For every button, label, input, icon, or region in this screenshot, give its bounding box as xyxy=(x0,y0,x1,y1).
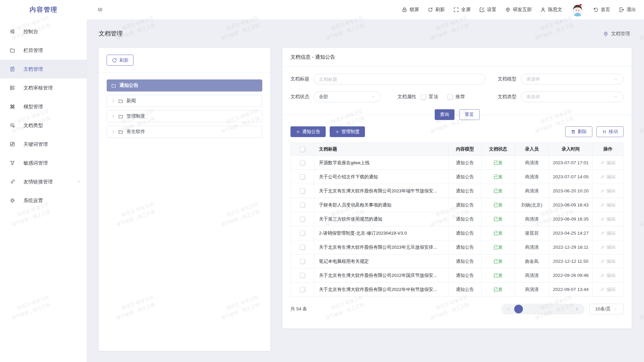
fullscreen-icon xyxy=(453,7,459,12)
sidebar-item-doc-types[interactable]: 文档类型 xyxy=(0,116,87,135)
doc-title-label: 文档标题 xyxy=(290,76,309,82)
doc-operator-cell: 商清清 xyxy=(515,156,549,170)
add-notice-button[interactable]: 通知公告 xyxy=(290,126,326,137)
department-label[interactable]: 研发五部 xyxy=(505,7,532,13)
col-model: 内容模型 xyxy=(448,143,482,156)
tree-node[interactable]: 管理制度 xyxy=(107,110,262,122)
page-number-button[interactable] xyxy=(564,305,572,313)
reset-button[interactable]: 重置 xyxy=(459,109,480,120)
doc-model-cell: 通知公告 xyxy=(448,156,482,170)
doc-type-select[interactable]: 请选择 xyxy=(521,92,624,102)
sidebar-menu: 控制台 栏目管理 文档管理 文档审核管理 模型管理 文档类型 关键词管理 敏感词… xyxy=(0,22,87,210)
page-number-button[interactable] xyxy=(534,305,542,313)
prev-page-button[interactable] xyxy=(504,305,513,313)
breadcrumb-label: 文档管理 xyxy=(611,31,630,37)
settings-icon xyxy=(9,198,15,203)
row-checkbox[interactable] xyxy=(300,188,305,193)
add-rules-button[interactable]: 管理制度 xyxy=(330,126,365,137)
delete-button[interactable]: 删除 xyxy=(565,126,592,137)
table-row: 开源数字底座在gitee上线 通知公告 已发 商清清 2023-07-07 17… xyxy=(291,156,623,170)
refresh-icon xyxy=(428,7,433,12)
current-user[interactable]: 陈思文 xyxy=(540,7,562,13)
home-button[interactable]: 首页 xyxy=(593,7,610,13)
user-avatar[interactable] xyxy=(571,3,584,16)
pencil-icon xyxy=(600,259,605,263)
row-checkbox[interactable] xyxy=(300,259,305,264)
edit-button[interactable]: 编辑 xyxy=(600,230,615,236)
collapse-sidebar-icon[interactable] xyxy=(97,7,103,12)
edit-button[interactable]: 编辑 xyxy=(600,160,615,166)
sidebar-item-system-settings[interactable]: 系统设置 xyxy=(0,191,87,210)
page-number-button[interactable] xyxy=(544,305,552,313)
edit-button[interactable]: 编辑 xyxy=(600,273,615,279)
fullscreen-button[interactable]: 全屏 xyxy=(453,7,471,13)
sidebar-item-keywords[interactable]: 关键词管理 xyxy=(0,135,87,154)
top-header: 内容管理 锁屏 刷新 全屏 设置 研发五部 陈思文 首页 退出 xyxy=(0,0,644,19)
row-checkbox[interactable] xyxy=(300,273,305,278)
page-size-select[interactable]: 10条/页 xyxy=(589,304,624,314)
page-number-button[interactable] xyxy=(554,305,562,313)
sidebar-nav: 控制台 栏目管理 文档管理 文档审核管理 模型管理 文档类型 关键词管理 敏感词… xyxy=(0,19,87,362)
move-icon xyxy=(602,129,607,134)
next-page-button[interactable] xyxy=(573,305,581,313)
row-checkbox[interactable] xyxy=(300,174,305,179)
sidebar-item-friend-links[interactable]: 友情链接管理 xyxy=(0,172,87,191)
doc-type-label: 文档类型 xyxy=(498,94,517,100)
logout-button[interactable]: 退出 xyxy=(619,7,636,13)
table-row: 2-请销假管理制度-北京-修订20230419-V3.0 通知公告 已发 谢晨芸… xyxy=(291,226,623,240)
tree-node[interactable]: 通知公告 xyxy=(107,79,262,92)
edit-button[interactable]: 编辑 xyxy=(600,287,615,293)
refresh-button[interactable]: 刷新 xyxy=(428,7,445,13)
settings-button[interactable]: 设置 xyxy=(479,7,496,13)
lock-icon xyxy=(402,7,407,12)
tree-node[interactable]: 有生软件 xyxy=(107,126,262,138)
row-checkbox[interactable] xyxy=(300,217,305,222)
pencil-icon xyxy=(600,161,605,165)
tree-refresh-button[interactable]: 刷新 xyxy=(107,55,133,66)
sidebar-item-sensitive-words[interactable]: 敏感词管理 xyxy=(0,154,87,172)
doc-model-select[interactable]: 请选择 xyxy=(521,74,624,84)
doc-title-input[interactable] xyxy=(314,74,485,84)
edit-button[interactable]: 编辑 xyxy=(600,174,615,180)
sidebar-item-columns[interactable]: 栏目管理 xyxy=(0,41,87,60)
row-checkbox[interactable] xyxy=(300,231,305,236)
chevron-down-icon xyxy=(371,95,375,99)
row-checkbox[interactable] xyxy=(300,245,305,250)
select-all-checkbox[interactable] xyxy=(300,147,305,152)
row-checkbox[interactable] xyxy=(300,202,305,207)
doc-status-select[interactable]: 全部 xyxy=(314,92,381,102)
move-button[interactable]: 移动 xyxy=(596,126,624,137)
edit-button[interactable]: 编辑 xyxy=(600,202,615,208)
doc-operator-cell: 商清清 xyxy=(515,184,549,198)
table-header-row: 文档标题 内容模型 文档状态 录入员 录入时间 操作 xyxy=(291,143,623,156)
page-number-button[interactable] xyxy=(525,305,533,313)
edit-button[interactable]: 编辑 xyxy=(600,244,615,250)
doc-model-cell: 通知公告 xyxy=(448,184,482,198)
chevron-down-icon xyxy=(614,77,618,81)
watermark-tile: 陈思文-研发五部保守秘密，慎之又慎 xyxy=(636,200,644,229)
doc-time-cell: 2022-09-07 13:44 xyxy=(549,283,593,296)
col-time: 录入时间 xyxy=(549,143,593,156)
lock-screen-button[interactable]: 锁屏 xyxy=(402,7,419,13)
doc-model-cell: 通知公告 xyxy=(448,198,482,212)
doc-model-cell: 通知公告 xyxy=(448,283,482,296)
sidebar-item-console[interactable]: 控制台 xyxy=(0,22,87,41)
pencil-icon xyxy=(600,273,605,278)
sidebar-item-documents[interactable]: 文档管理 xyxy=(0,60,87,78)
console-icon xyxy=(9,29,15,34)
edit-button[interactable]: 编辑 xyxy=(600,258,615,264)
search-button[interactable]: 查询 xyxy=(435,109,454,120)
edit-button[interactable]: 编辑 xyxy=(600,188,615,194)
checkbox-recommended[interactable]: 推荐 xyxy=(447,94,465,100)
plus-icon xyxy=(335,130,339,134)
edit-button[interactable]: 编辑 xyxy=(600,216,615,222)
chevron-down-icon xyxy=(77,180,81,184)
sidebar-item-models[interactable]: 模型管理 xyxy=(0,97,87,116)
sidebar-item-doc-audit[interactable]: 文档审核管理 xyxy=(0,78,87,97)
doc-model-label: 文档模型 xyxy=(498,76,517,82)
checkbox-pinned[interactable]: 置顶 xyxy=(421,94,438,100)
row-checkbox[interactable] xyxy=(300,160,305,165)
page-number-button[interactable] xyxy=(514,305,523,313)
row-checkbox[interactable] xyxy=(300,287,305,292)
tree-node[interactable]: 新闻 xyxy=(107,95,262,107)
